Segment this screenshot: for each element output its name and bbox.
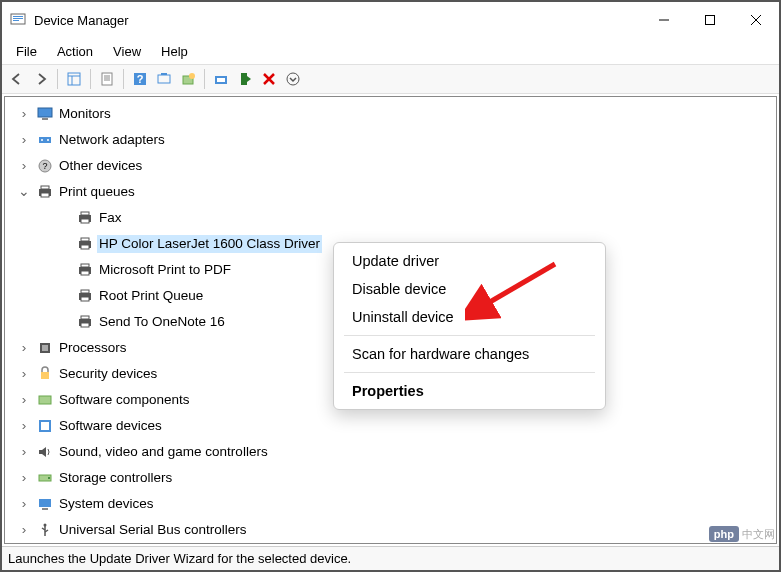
- svg-rect-11: [102, 73, 112, 85]
- menubar: File Action View Help: [2, 38, 779, 64]
- svg-rect-3: [13, 20, 19, 21]
- chevron-right-icon[interactable]: ›: [17, 133, 31, 147]
- update-driver-button[interactable]: [210, 68, 232, 90]
- svg-rect-27: [39, 137, 51, 143]
- other-icon: ?: [37, 158, 53, 174]
- svg-rect-23: [241, 73, 247, 85]
- chevron-right-icon[interactable]: ›: [17, 419, 31, 433]
- svg-rect-49: [81, 323, 89, 327]
- context-menu: Update driver Disable device Uninstall d…: [333, 242, 606, 410]
- svg-rect-58: [39, 499, 51, 507]
- app-icon: [10, 12, 26, 28]
- chevron-right-icon[interactable]: ›: [17, 159, 31, 173]
- ctx-properties[interactable]: Properties: [334, 377, 605, 405]
- category-other[interactable]: ›?Other devices: [5, 153, 776, 179]
- category-usb[interactable]: ›Universal Serial Bus controllers: [5, 517, 776, 543]
- uninstall-button[interactable]: [258, 68, 280, 90]
- svg-rect-1: [13, 16, 23, 17]
- svg-point-61: [44, 524, 47, 527]
- svg-rect-46: [81, 297, 89, 301]
- help-button[interactable]: ?: [129, 68, 151, 90]
- category-storage[interactable]: ›Storage controllers: [5, 465, 776, 491]
- menu-action[interactable]: Action: [47, 41, 103, 62]
- printer-icon: [37, 184, 53, 200]
- category-print-queues[interactable]: ⌄Print queues: [5, 179, 776, 205]
- network-icon: [37, 132, 53, 148]
- svg-text:?: ?: [137, 73, 144, 85]
- scan-button[interactable]: [153, 68, 175, 90]
- chevron-right-icon[interactable]: ›: [17, 367, 31, 381]
- window-title: Device Manager: [34, 13, 129, 28]
- ctx-update-driver[interactable]: Update driver: [334, 247, 605, 275]
- down-button[interactable]: [282, 68, 304, 90]
- svg-rect-17: [158, 75, 170, 83]
- system-icon: [37, 496, 53, 512]
- category-software-devices[interactable]: ›Software devices: [5, 413, 776, 439]
- chevron-right-icon[interactable]: ›: [17, 523, 31, 537]
- back-button[interactable]: [6, 68, 28, 90]
- menu-file[interactable]: File: [6, 41, 47, 62]
- device-fax[interactable]: Fax: [5, 205, 776, 231]
- chevron-right-icon[interactable]: ›: [17, 445, 31, 459]
- minimize-button[interactable]: [641, 2, 687, 38]
- menu-help[interactable]: Help: [151, 41, 198, 62]
- svg-point-28: [41, 139, 43, 141]
- svg-rect-25: [38, 108, 52, 117]
- svg-rect-39: [81, 238, 89, 241]
- disable-button[interactable]: [234, 68, 256, 90]
- ctx-separator: [344, 335, 595, 336]
- menu-view[interactable]: View: [103, 41, 151, 62]
- svg-rect-36: [81, 212, 89, 215]
- svg-rect-43: [81, 271, 89, 275]
- svg-rect-18: [161, 73, 167, 75]
- svg-rect-8: [68, 73, 80, 85]
- chevron-right-icon[interactable]: ›: [17, 393, 31, 407]
- category-network[interactable]: ›Network adapters: [5, 127, 776, 153]
- storage-icon: [37, 470, 53, 486]
- printer-icon: [77, 314, 93, 330]
- ctx-disable-device[interactable]: Disable device: [334, 275, 605, 303]
- svg-rect-45: [81, 290, 89, 293]
- chevron-down-icon[interactable]: ⌄: [17, 185, 31, 199]
- printer-icon: [77, 236, 93, 252]
- svg-rect-26: [42, 118, 48, 120]
- usb-icon: [37, 522, 53, 538]
- chevron-right-icon[interactable]: ›: [17, 497, 31, 511]
- chevron-right-icon[interactable]: ›: [17, 341, 31, 355]
- svg-rect-48: [81, 316, 89, 319]
- ctx-scan-hardware[interactable]: Scan for hardware changes: [334, 340, 605, 368]
- svg-rect-22: [217, 78, 225, 82]
- printer-icon: [77, 288, 93, 304]
- printer-icon: [77, 210, 93, 226]
- svg-rect-52: [41, 372, 49, 379]
- component-icon: [37, 392, 53, 408]
- statusbar: Launches the Update Driver Wizard for th…: [2, 546, 779, 570]
- svg-point-20: [189, 73, 195, 79]
- add-hardware-button[interactable]: [177, 68, 199, 90]
- forward-button[interactable]: [30, 68, 52, 90]
- category-sound[interactable]: ›Sound, video and game controllers: [5, 439, 776, 465]
- close-button[interactable]: [733, 2, 779, 38]
- svg-rect-2: [13, 18, 23, 19]
- svg-point-24: [287, 73, 299, 85]
- svg-rect-40: [81, 245, 89, 249]
- show-hide-tree-button[interactable]: [63, 68, 85, 90]
- maximize-button[interactable]: [687, 2, 733, 38]
- category-monitors[interactable]: ›Monitors: [5, 101, 776, 127]
- status-text: Launches the Update Driver Wizard for th…: [8, 551, 351, 566]
- chevron-right-icon[interactable]: ›: [17, 471, 31, 485]
- chevron-right-icon[interactable]: ›: [17, 107, 31, 121]
- properties-button[interactable]: [96, 68, 118, 90]
- titlebar: Device Manager: [2, 2, 779, 38]
- sound-icon: [37, 444, 53, 460]
- svg-text:?: ?: [42, 161, 47, 171]
- cpu-icon: [37, 340, 53, 356]
- ctx-separator: [344, 372, 595, 373]
- svg-rect-59: [42, 508, 48, 510]
- software-icon: [37, 418, 53, 434]
- security-icon: [37, 366, 53, 382]
- category-system-devices[interactable]: ›System devices: [5, 491, 776, 517]
- svg-rect-42: [81, 264, 89, 267]
- svg-rect-33: [41, 186, 49, 189]
- ctx-uninstall-device[interactable]: Uninstall device: [334, 303, 605, 331]
